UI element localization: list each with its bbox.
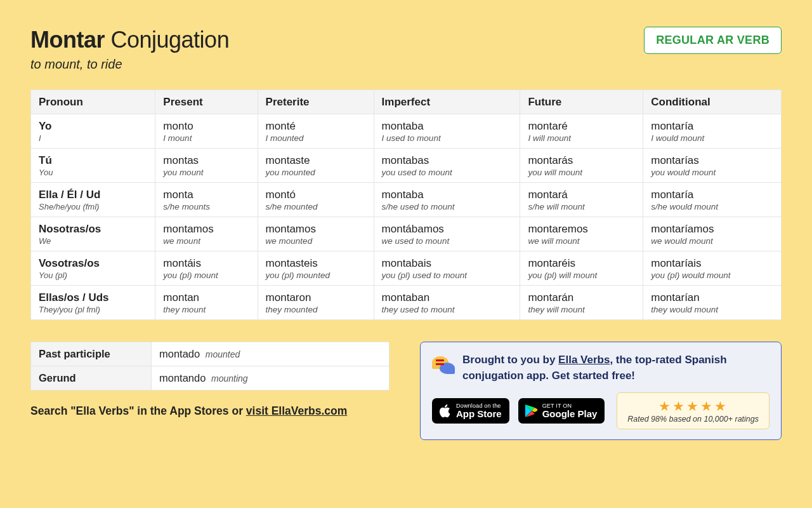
conjugation-cell: montarías/he would mount	[643, 183, 782, 217]
conjugation-cell: montaránthey will mount	[520, 286, 643, 320]
ellaverbs-promo-link[interactable]: Ella Verbs	[558, 354, 610, 366]
mini-label: Gerund	[31, 366, 152, 391]
search-note: Search "Ella Verbs" in the App Stores or…	[30, 404, 390, 418]
table-row: TúYoumontasyou mountmontasteyou mountedm…	[31, 149, 782, 183]
conjugation-cell: montábamoswe used to mount	[374, 217, 520, 251]
table-row: Ella / Él / UdShe/he/you (fml)montas/he …	[31, 183, 782, 217]
conjugation-cell: montoI mount	[155, 114, 258, 149]
conjugation-cell: montabaI used to mount	[374, 114, 520, 149]
conjugation-cell: montéI mounted	[258, 114, 374, 149]
table-row: YoImontoI mountmontéI mountedmontabaI us…	[31, 114, 782, 149]
apple-icon	[438, 403, 451, 418]
pronoun-cell: Nosotras/osWe	[31, 217, 155, 251]
conjugation-cell: montabas/he used to mount	[374, 183, 520, 217]
ellaverbs-link[interactable]: visit EllaVerbs.com	[246, 404, 348, 417]
conjugation-cell: montabanthey used to mount	[374, 286, 520, 320]
pronoun-cell: TúYou	[31, 149, 155, 183]
conjugation-cell: montaríamoswe would mount	[643, 217, 782, 251]
conjugation-cell: montaronthey mounted	[258, 286, 374, 320]
table-row: Past participlemontado mounted	[31, 342, 390, 366]
table-row: Ellas/os / UdsThey/you (pl fml)montanthe…	[31, 286, 782, 320]
table-header: Conditional	[643, 90, 782, 114]
table-row: Nosotras/osWemontamoswe mountmontamoswe …	[31, 217, 782, 251]
conjugation-cell: montasteyou mounted	[258, 149, 374, 183]
conjugation-cell: montabaisyou (pl) used to mount	[374, 251, 520, 286]
conjugation-cell: montaríaisyou (pl) would mount	[643, 251, 782, 286]
conjugation-cell: montabasyou used to mount	[374, 149, 520, 183]
google-play-icon	[525, 404, 537, 418]
conjugation-table: PronounPresentPreteriteImperfectFutureCo…	[30, 90, 782, 320]
ellaverbs-logo-icon	[432, 354, 455, 377]
verb-name: Montar	[30, 27, 105, 53]
conjugation-cell: montamoswe mount	[155, 217, 258, 251]
table-header: Present	[155, 90, 258, 114]
header: Montar Conjugation to mount, to ride REG…	[30, 27, 782, 72]
table-header: Future	[520, 90, 643, 114]
page-title: Montar Conjugation	[30, 27, 229, 53]
conjugation-cell: montarásyou will mount	[520, 149, 643, 183]
google-play-button[interactable]: GET IT ON Google Play	[518, 398, 605, 424]
table-header: Imperfect	[374, 90, 520, 114]
mini-label: Past participle	[31, 342, 152, 366]
conjugation-cell: montamoswe mounted	[258, 217, 374, 251]
app-store-button[interactable]: Download on the App Store	[432, 398, 509, 424]
pronoun-cell: YoI	[31, 114, 155, 149]
table-row: Vosotras/osYou (pl)montáisyou (pl) mount…	[31, 251, 782, 286]
table-header: Pronoun	[31, 90, 155, 114]
conjugation-cell: montaríasyou would mount	[643, 149, 782, 183]
conjugation-cell: montáisyou (pl) mount	[155, 251, 258, 286]
mini-value: montando mounting	[152, 366, 390, 391]
promo-box: Brought to you by Ella Verbs, the top-ra…	[420, 342, 782, 440]
verb-translation: to mount, to ride	[30, 57, 229, 72]
table-row: Gerundmontando mounting	[31, 366, 390, 391]
pronoun-cell: Vosotras/osYou (pl)	[31, 251, 155, 286]
participle-table: Past participlemontado mountedGerundmont…	[30, 342, 390, 391]
conjugation-cell: montarás/he will mount	[520, 183, 643, 217]
table-header: Preterite	[258, 90, 374, 114]
conjugation-cell: montanthey mount	[155, 286, 258, 320]
conjugation-cell: montasyou mount	[155, 149, 258, 183]
conjugation-cell: montaremoswe will mount	[520, 217, 643, 251]
promo-text: Brought to you by Ella Verbs, the top-ra…	[462, 352, 769, 384]
rating-text: Rated 98% based on 10,000+ ratings	[627, 415, 759, 424]
conjugation-cell: montasteisyou (pl) mounted	[258, 251, 374, 286]
mini-value: montado mounted	[152, 342, 390, 366]
pronoun-cell: Ella / Él / UdShe/he/you (fml)	[31, 183, 155, 217]
pronoun-cell: Ellas/os / UdsThey/you (pl fml)	[31, 286, 155, 320]
conjugation-cell: montós/he mounted	[258, 183, 374, 217]
title-rest: Conjugation	[111, 27, 230, 53]
rating-box: ★★★★★ Rated 98% based on 10,000+ ratings	[617, 392, 769, 429]
conjugation-cell: montaríanthey would mount	[643, 286, 782, 320]
stars-icon: ★★★★★	[627, 399, 759, 413]
conjugation-cell: montas/he mounts	[155, 183, 258, 217]
conjugation-cell: montaréI will mount	[520, 114, 643, 149]
verb-type-badge: REGULAR AR VERB	[644, 27, 782, 54]
conjugation-cell: montaríaI would mount	[643, 114, 782, 149]
conjugation-cell: montaréisyou (pl) will mount	[520, 251, 643, 286]
